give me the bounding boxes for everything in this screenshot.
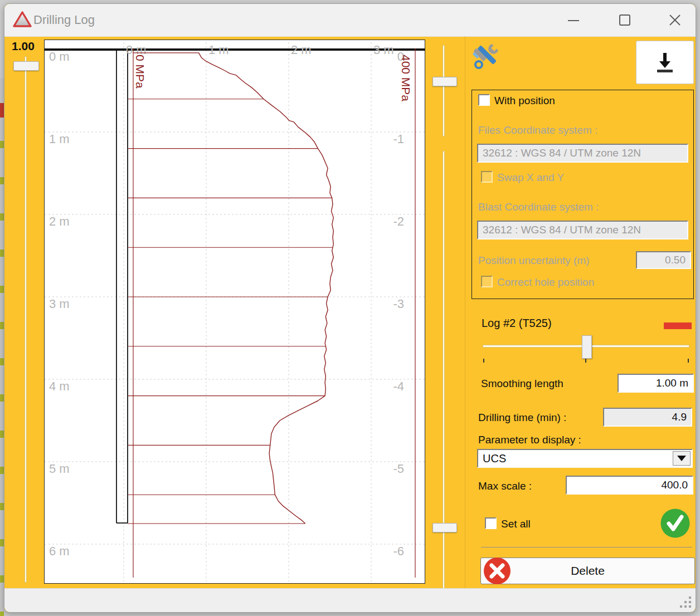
background-artifact [0,286,4,293]
position-uncertainty-field[interactable]: 0.50 [636,251,691,269]
log-slider-handle[interactable] [582,335,592,359]
background-artifact [0,394,4,402]
depth-zoom-slider-track[interactable] [443,45,445,136]
chevron-down-icon [677,456,686,461]
correct-hole-label: Correct hole position [497,276,594,289]
set-all-label: Set all [501,518,531,530]
left-slider-handle[interactable] [13,61,39,71]
apply-confirm-button[interactable] [660,509,690,538]
tools-settings-icon[interactable] [471,41,503,72]
window-title: Drilling Log [33,4,95,36]
position-uncertainty-value: 0.50 [665,254,686,266]
log-title: Log #2 (T525) [482,317,552,330]
with-position-label: With position [494,95,555,107]
axis-label: -1 [393,132,404,146]
left-scale-value: 1.00 [12,40,35,53]
parameter-dropdown-button[interactable] [673,451,691,466]
ucs-curve [133,53,333,524]
delete-button[interactable]: Delete [480,558,695,584]
axis-label: 1 m [208,43,229,57]
blast-cs-label: Blast Coordinate system : [478,201,599,213]
chart-canvas: 0 m1 m2 m3 m0 m1 m2 m3 m4 m5 m6 m0-1-2-3… [45,40,425,583]
axis-label: 5 m [49,462,70,476]
background-artifact [0,503,4,510]
download-export-button[interactable] [636,41,694,84]
log-slider-tick [483,359,484,363]
smoothing-value: 1.00 m [656,377,688,389]
maximize-button[interactable] [609,4,641,36]
depth-pan-slider-handle[interactable] [432,523,457,532]
background-artifact [0,250,4,257]
divider [481,547,692,547]
with-position-checkbox[interactable] [478,94,490,106]
blast-cs-dropdown[interactable]: 32612 : WGS 84 / UTM zone 12N [477,221,688,239]
close-button[interactable] [659,4,691,36]
files-cs-value: 32612 : WGS 84 / UTM zone 12N [483,147,641,159]
background-artifact [0,103,4,118]
left-slider-track[interactable] [25,56,27,583]
resize-grip[interactable] [684,605,687,608]
correct-hole-checkbox[interactable] [481,276,493,287]
close-icon [668,13,682,27]
log-color-chip [664,322,692,329]
axis-label: 0 MPa [134,55,147,89]
swap-xy-checkbox[interactable] [481,171,493,183]
axis-label: 1 m [49,132,70,146]
minimize-button[interactable] [557,4,590,36]
axis-label: 400 MPa [400,55,412,101]
axis-label: 2 m [291,43,312,57]
resize-grip[interactable] [689,597,691,599]
drilling-time-field: 4.9 [603,408,692,427]
axis-label: 3 m [373,43,394,57]
background-artifact [0,467,4,474]
maximize-icon [618,13,631,27]
minimize-icon [567,13,580,27]
delete-x-icon [483,557,511,585]
background-artifact [0,141,4,148]
files-cs-label: Files Coordinate system : [478,124,597,136]
axis-label: -5 [393,462,404,476]
drilling-time-value: 4.9 [672,411,687,423]
smoothing-label: Smoothing length [481,378,563,390]
background-artifact [0,539,4,546]
axis-label: 3 m [49,297,70,311]
title-bar[interactable]: Drilling Log [4,4,696,37]
background-artifact [0,575,4,583]
app-logo-triangle-icon [12,10,32,29]
max-scale-input[interactable]: 400.0 [566,476,693,495]
position-uncertainty-label: Position uncertainty (m) [478,255,590,267]
parameter-value: UCS [483,452,506,465]
axis-label: -6 [393,544,404,558]
background-artifact [0,213,4,221]
background-artifact [0,358,4,365]
status-bar [4,588,696,612]
background-artifact [0,322,4,329]
depth-zoom-slider-handle[interactable] [432,77,457,86]
files-cs-dropdown[interactable]: 32612 : WGS 84 / UTM zone 12N [477,144,688,163]
resize-grip[interactable] [689,601,691,603]
resize-grip[interactable] [684,601,687,603]
max-scale-label: Max scale : [478,480,532,492]
swap-xy-label: Swap X and Y [497,172,564,184]
smoothing-input[interactable]: 1.00 m [618,374,694,393]
set-all-checkbox[interactable] [485,517,497,529]
drilling-log-chart: 0 m1 m2 m3 m0 m1 m2 m3 m4 m5 m6 m0-1-2-3… [44,40,425,584]
axis-label: 0 m [49,50,70,63]
log-slider-tick [688,359,689,363]
delete-button-label: Delete [571,564,605,578]
log-slider-tick [585,359,586,363]
download-icon [653,50,677,75]
background-artifact [0,431,4,438]
parameter-combobox[interactable]: UCS [477,449,693,468]
axis-label: 2 m [49,214,70,228]
background-artifact [0,612,4,616]
resize-grip[interactable] [689,605,691,608]
axis-label: -3 [393,297,404,311]
blast-cs-value: 32612 : WGS 84 / UTM zone 12N [483,224,641,236]
axis-label: 4 m [49,379,70,393]
drilling-log-window: Drilling Log 1.00 0 m1 m2 m3 m0 m1 m2 m3… [4,3,696,613]
resize-grip[interactable] [680,605,682,608]
drilling-time-label: Drilling time (min) : [478,412,566,424]
axis-label: 6 m [49,544,70,558]
axis-label: -4 [393,379,404,393]
